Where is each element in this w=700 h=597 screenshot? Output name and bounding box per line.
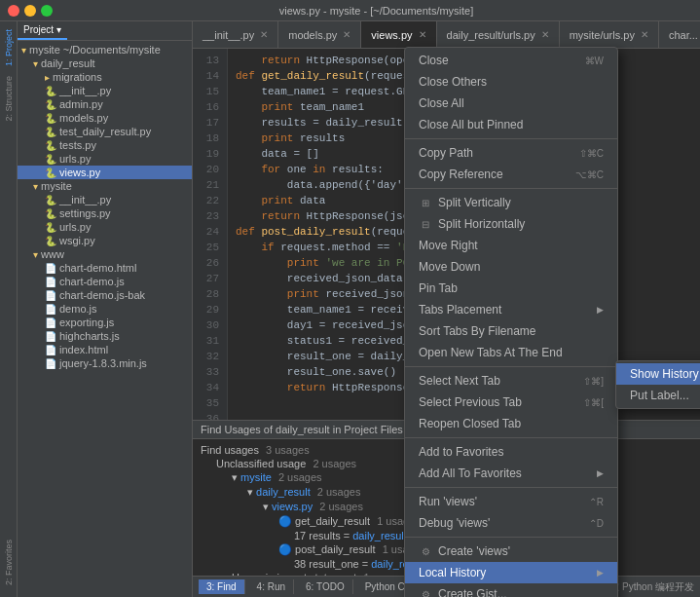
tab-models[interactable]: models.py ✕: [278, 21, 361, 49]
tree-item-admin[interactable]: 🐍 admin.py: [18, 97, 192, 111]
tree-item-mysite[interactable]: ▾ mysite: [18, 179, 192, 193]
vertical-tab-project[interactable]: 1: Project: [3, 25, 15, 70]
menu-item-move-down[interactable]: Move Down: [405, 256, 617, 278]
tab-views[interactable]: views.py ✕: [361, 21, 436, 49]
usage-text: ▾ mysite 2 usages: [232, 471, 322, 484]
tab-daily-urls[interactable]: daily_result/urls.py ✕: [437, 21, 560, 49]
minimize-button[interactable]: [24, 5, 36, 17]
tree-item-www[interactable]: ▾ www: [18, 247, 192, 261]
tree-item-index[interactable]: 📄 index.html: [18, 343, 192, 356]
tab-close-icon[interactable]: ✕: [419, 29, 426, 40]
menu-item-reopen-tab[interactable]: Reopen Closed Tab: [405, 413, 617, 434]
tree-item-models[interactable]: 🐍 models.py: [18, 111, 192, 125]
tab-close-icon[interactable]: ✕: [541, 29, 549, 40]
tab-init[interactable]: __init__.py ✕: [193, 21, 278, 49]
tree-item-wsgi[interactable]: 🐍 wsgi.py: [18, 234, 192, 247]
menu-item-close-others[interactable]: Close Others: [405, 71, 617, 93]
menu-item-label: Add to Favorites: [419, 445, 503, 459]
menu-item-select-prev-tab[interactable]: Select Previous Tab ⇧⌘[: [405, 392, 617, 413]
tab-char[interactable]: char... ✕: [659, 21, 700, 49]
menu-item-open-new-tabs[interactable]: Open New Tabs At The End: [405, 342, 617, 363]
menu-item-split-vertically[interactable]: ⊞ Split Vertically: [405, 192, 617, 213]
tab-label: char...: [669, 29, 698, 41]
tree-item-chart-html[interactable]: 📄 chart-demo.html: [18, 261, 192, 275]
tab-mysite-urls[interactable]: mysite/urls.py ✕: [560, 21, 659, 49]
menu-item-tabs-placement[interactable]: Tabs Placement: [405, 299, 617, 320]
vertical-tab-structure[interactable]: 2: Structure: [3, 72, 15, 126]
menu-item-label: Tabs Placement: [419, 303, 501, 317]
menu-item-close[interactable]: Close ⌘W: [405, 50, 617, 71]
menu-item-close-all-pinned[interactable]: Close All but Pinned: [405, 114, 617, 135]
tree-item-tests[interactable]: 🐍 tests.py: [18, 138, 192, 152]
status-tab-find[interactable]: 3: Find: [199, 579, 245, 594]
menu-item-copy-reference[interactable]: Copy Reference ⌥⌘C: [405, 164, 617, 185]
menu-item-close-all[interactable]: Close All: [405, 93, 617, 114]
tab-close-icon[interactable]: ✕: [260, 29, 268, 40]
menu-item-copy-path[interactable]: Copy Path ⇧⌘C: [405, 142, 617, 164]
file-icon: 📄: [45, 345, 56, 355]
submenu-item-show-history[interactable]: Show History: [616, 363, 700, 385]
tree-item-jquery[interactable]: 📄 jquery-1.8.3.min.js: [18, 356, 192, 370]
file-icon: 🐍: [45, 195, 56, 205]
menu-item-create-views[interactable]: ⚙ Create 'views': [405, 541, 617, 562]
file-tree[interactable]: ▾ mysite ~/Documents/mysite ▾ daily_resu…: [18, 41, 192, 597]
menu-item-debug-views[interactable]: Debug 'views' ⌃D: [405, 512, 617, 534]
menu-item-run-views[interactable]: Run 'views' ⌃R: [405, 491, 617, 512]
close-button[interactable]: [8, 5, 19, 17]
tree-item-label: chart-demo.js-bak: [59, 289, 145, 301]
tree-item-label: settings.py: [59, 207, 111, 219]
tree-item-init2[interactable]: 🐍 __init__.py: [18, 193, 192, 206]
tree-item-urls1[interactable]: 🐍 urls.py: [18, 152, 192, 166]
menu-item-create-gist[interactable]: ⚙ Create Gist...: [405, 583, 617, 597]
tab-close-icon[interactable]: ✕: [641, 29, 648, 40]
tab-close-icon[interactable]: ✕: [343, 29, 350, 40]
tree-item-chart-js[interactable]: 📄 chart-demo.js: [18, 275, 192, 288]
menu-item-label: Copy Path: [419, 146, 473, 160]
menu-item-label: Copy Reference: [419, 168, 503, 181]
menu-item-sort-tabs[interactable]: Sort Tabs By Filename: [405, 320, 617, 342]
status-tab-todo[interactable]: 6: TODO: [298, 579, 353, 594]
create-icon: ⚙: [419, 546, 432, 557]
tree-item-settings[interactable]: 🐍 settings.py: [18, 206, 192, 220]
vertical-tab-favorites[interactable]: 2: Favorites: [3, 536, 15, 589]
menu-item-split-horizontally[interactable]: ⊟ Split Horizontally: [405, 213, 617, 235]
tree-item-demo[interactable]: 📄 demo.js: [18, 302, 192, 316]
menu-item-label: Show History: [630, 367, 699, 381]
tree-item-label: __init__.py: [59, 85, 111, 96]
menu-item-local-history[interactable]: Local History: [405, 562, 617, 583]
submenu-item-put-label[interactable]: Put Label...: [616, 385, 700, 406]
menu-item-move-right[interactable]: Move Right: [405, 235, 617, 256]
tree-item-test-daily[interactable]: 🐍 test_daily_result.py: [18, 125, 192, 138]
tree-item-views[interactable]: 🐍 views.py: [18, 166, 192, 179]
tree-item-highcharts[interactable]: 📄 highcharts.js: [18, 329, 192, 343]
menu-item-label: Sort Tabs By Filename: [419, 324, 536, 338]
tree-item-urls2[interactable]: 🐍 urls.py: [18, 220, 192, 234]
menu-item-select-next-tab[interactable]: Select Next Tab ⇧⌘]: [405, 370, 617, 392]
maximize-button[interactable]: [41, 5, 53, 17]
menu-item-label: Move Down: [419, 260, 480, 274]
split-vertical-icon: ⊞: [419, 198, 432, 208]
usage-text: ▾ views.py 2 usages: [263, 501, 363, 513]
tab-label: daily_result/urls.py: [447, 29, 535, 41]
menu-shortcut: ⇧⌘]: [583, 376, 604, 387]
status-tab-run[interactable]: 4: Run: [249, 579, 294, 594]
bottom-panel-title: Find Usages of daily_result in Project F…: [201, 424, 403, 435]
tree-item-chart-js-bak[interactable]: 📄 chart-demo.js-bak: [18, 288, 192, 302]
sidebar-tab-project[interactable]: Project ▾: [18, 21, 67, 40]
tab-label: views.py: [371, 29, 412, 41]
context-menu: Close ⌘W Close Others Close All Close Al…: [404, 47, 618, 597]
menu-item-add-favorites[interactable]: Add to Favorites: [405, 441, 617, 463]
menu-item-pin-tab[interactable]: Pin Tab: [405, 278, 617, 299]
tree-item-root[interactable]: ▾ mysite ~/Documents/mysite: [18, 43, 192, 56]
menu-item-label: Reopen Closed Tab: [419, 417, 521, 430]
sidebar-tabs: Project ▾: [18, 21, 192, 41]
menu-item-add-all-favorites[interactable]: Add All To Favorites: [405, 463, 617, 484]
file-icon: 🐍: [45, 113, 56, 124]
file-icon: 🐍: [45, 222, 56, 233]
tree-item-label: jquery-1.8.3.min.js: [59, 357, 147, 369]
tree-item-daily-result[interactable]: ▾ daily_result: [18, 56, 192, 70]
tree-item-migrations[interactable]: ▸ migrations: [18, 70, 192, 84]
tree-item-exporting[interactable]: 📄 exporting.js: [18, 316, 192, 329]
tree-item-label: models.py: [59, 112, 108, 124]
tree-item-init1[interactable]: 🐍 __init__.py: [18, 84, 192, 97]
